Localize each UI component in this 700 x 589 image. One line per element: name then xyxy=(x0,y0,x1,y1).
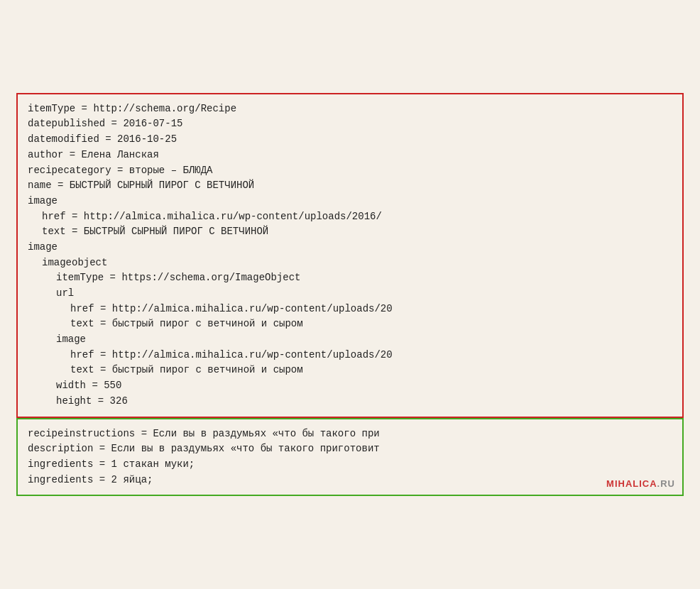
main-container: itemType = http://schema.org/Recipedatep… xyxy=(16,93,684,497)
code-line: recipeinstructions = Если вы в раздумьях… xyxy=(28,426,672,442)
code-line: url xyxy=(28,286,672,302)
code-line: text = быстрый пирог с ветчиной и сыром xyxy=(28,363,672,378)
code-line: recipecategory = вторые – БЛЮДА xyxy=(28,163,672,179)
code-line: description = Если вы в раздумьях «что б… xyxy=(28,441,672,457)
code-line: author = Елена Ланская xyxy=(28,148,672,163)
code-line: text = быстрый пирог с ветчиной и сыром xyxy=(28,316,672,332)
code-line: height = 326 xyxy=(28,394,672,409)
watermark: MIHALICA.RU xyxy=(606,478,675,489)
code-line: ingredients = 1 стакан муки; xyxy=(28,457,672,473)
code-line: text = БЫСТРЫЙ СЫРНЫЙ ПИРОГ С ВЕТЧИНОЙ xyxy=(28,224,672,240)
red-box: itemType = http://schema.org/Recipedatep… xyxy=(16,93,684,418)
code-line: datepublished = 2016-07-15 xyxy=(28,116,672,132)
green-box: recipeinstructions = Если вы в раздумьях… xyxy=(16,418,684,497)
code-line: datemodified = 2016-10-25 xyxy=(28,132,672,148)
code-line: image xyxy=(28,240,672,255)
code-line: width = 550 xyxy=(28,378,672,394)
code-line: image xyxy=(28,332,672,348)
code-line: itemType = https://schema.org/ImageObjec… xyxy=(28,270,672,286)
code-line: href = http://almica.mihalica.ru/wp-cont… xyxy=(28,209,672,225)
code-line: imageobject xyxy=(28,255,672,271)
code-line: name = БЫСТРЫЙ СЫРНЫЙ ПИРОГ С ВЕТЧИНОЙ xyxy=(28,178,672,194)
code-line: href = http://almica.mihalica.ru/wp-cont… xyxy=(28,302,672,317)
code-line: image xyxy=(28,194,672,209)
code-line: ingredients = 2 яйца; xyxy=(28,473,672,488)
code-line: href = http://almica.mihalica.ru/wp-cont… xyxy=(28,348,672,363)
code-line: itemType = http://schema.org/Recipe xyxy=(28,101,672,117)
